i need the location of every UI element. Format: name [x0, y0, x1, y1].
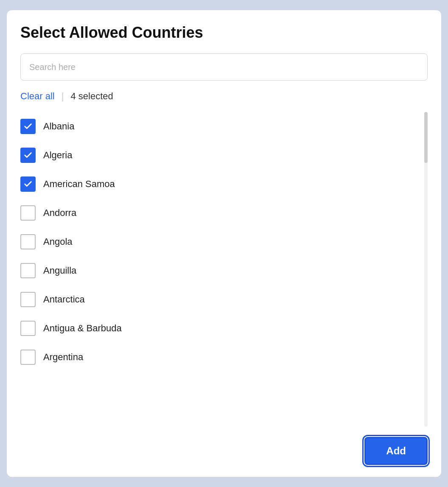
checkbox-unchecked[interactable] — [20, 350, 36, 365]
list-item[interactable]: Anguilla — [20, 256, 428, 285]
list-item[interactable]: American Samoa — [20, 170, 428, 199]
country-name: Argentina — [43, 352, 83, 363]
list-item[interactable]: Argentina — [20, 343, 428, 372]
country-name: American Samoa — [43, 179, 115, 190]
search-input[interactable] — [20, 53, 428, 81]
list-item[interactable]: Angola — [20, 227, 428, 256]
country-name: Andorra — [43, 207, 76, 218]
country-list: AlbaniaAlgeriaAmerican SamoaAndorraAngol… — [20, 112, 428, 427]
country-name: Albania — [43, 121, 74, 132]
checkbox-unchecked[interactable] — [20, 321, 36, 336]
checkbox-checked[interactable] — [20, 119, 36, 134]
list-item[interactable]: Andorra — [20, 199, 428, 227]
scrollbar-track — [424, 112, 428, 427]
modal-title: Select Allowed Countries — [20, 24, 428, 42]
clear-all-button[interactable]: Clear all — [20, 91, 55, 102]
list-item[interactable]: Antigua & Barbuda — [20, 314, 428, 343]
selected-count: 4 selected — [70, 91, 113, 102]
scrollbar-thumb[interactable] — [424, 112, 428, 163]
divider: | — [62, 91, 64, 102]
checkbox-unchecked[interactable] — [20, 263, 36, 278]
footer: Add — [20, 427, 428, 465]
country-name: Angola — [43, 236, 73, 247]
select-countries-modal: Select Allowed Countries Clear all | 4 s… — [7, 10, 441, 477]
list-item[interactable]: Algeria — [20, 141, 428, 170]
selection-bar: Clear all | 4 selected — [20, 91, 428, 102]
country-name: Antarctica — [43, 294, 85, 305]
checkbox-unchecked[interactable] — [20, 205, 36, 221]
list-item[interactable]: Albania — [20, 112, 428, 141]
checkbox-checked[interactable] — [20, 148, 36, 163]
country-name: Algeria — [43, 150, 72, 161]
list-item[interactable]: Antarctica — [20, 285, 428, 314]
checkbox-unchecked[interactable] — [20, 234, 36, 249]
add-button[interactable]: Add — [364, 437, 428, 465]
country-name: Antigua & Barbuda — [43, 323, 122, 334]
country-name: Anguilla — [43, 265, 76, 276]
checkbox-unchecked[interactable] — [20, 292, 36, 307]
checkbox-checked[interactable] — [20, 176, 36, 192]
